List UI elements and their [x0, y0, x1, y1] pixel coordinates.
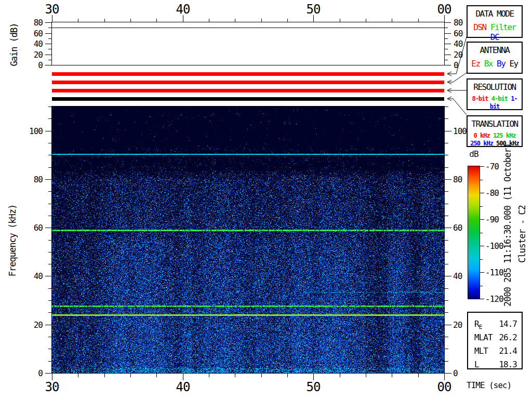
tick-mark: [48, 167, 52, 168]
ephemeris-table: RE14.7MLAT26.2MLT21.4L18.3: [467, 312, 523, 369]
tick-mark: [235, 374, 235, 377]
tick-mark: [480, 180, 483, 180]
tick-mark: [445, 131, 451, 131]
tick-mark: [444, 38, 448, 39]
tick-mark: [45, 65, 52, 65]
time-tick-label-top: 00: [434, 2, 455, 17]
resolution-bar: [52, 89, 444, 92]
frequency-axis-label: Frequency (kHz): [7, 199, 18, 282]
tick-mark: [445, 143, 448, 143]
tick-mark: [418, 19, 419, 22]
ephemeris-value: 26.2: [499, 332, 517, 342]
time-tick-label-bottom: 30: [42, 380, 62, 394]
tick-mark: [480, 193, 484, 193]
tick-mark: [261, 19, 262, 22]
spectrogram-canvas: [52, 107, 444, 373]
freq-tick-label-right: 60: [453, 223, 462, 233]
tick-mark: [480, 219, 484, 220]
tick-mark: [48, 107, 52, 107]
tick-mark: [48, 216, 52, 216]
tick-mark: [261, 374, 262, 377]
resolution-box: RESOLUTION 8-bit 4-bit 1-bit: [467, 78, 523, 110]
tick-mark: [444, 49, 448, 49]
tick-mark: [480, 246, 484, 246]
tick-mark: [444, 55, 451, 55]
tick-mark: [45, 276, 52, 276]
freq-tick-label-right: 80: [453, 175, 462, 184]
colorbar-label: dB: [468, 150, 480, 159]
tick-mark: [45, 33, 52, 34]
tick-mark: [104, 19, 105, 22]
tick-mark: [445, 264, 448, 264]
tick-mark: [48, 264, 52, 264]
tick-mark: [78, 19, 78, 22]
tick-mark: [480, 272, 484, 273]
tick-mark: [480, 299, 484, 299]
gain-tick-label-right: 0: [454, 60, 458, 70]
tick-mark: [45, 55, 52, 55]
legend-item-ey: Ey: [509, 59, 517, 69]
tick-mark: [480, 259, 483, 260]
gain-tick-label-right: 20: [454, 50, 462, 60]
freq-tick-label-left: 20: [21, 320, 43, 330]
colorbar-tick-label: -100: [485, 241, 503, 251]
time-tick-label-bottom: 50: [303, 380, 324, 394]
antenna-box: ANTENNA Ez Bx By Ey: [467, 42, 523, 74]
tick-mark: [480, 166, 484, 167]
gain-tick-label-right: 40: [454, 39, 462, 49]
freq-tick-label-left: 100: [21, 126, 43, 136]
tick-mark: [287, 19, 288, 22]
tick-mark: [45, 228, 52, 228]
colorbar-canvas: [468, 166, 480, 299]
time-tick-label-bottom: 40: [172, 380, 193, 394]
tick-mark: [445, 118, 448, 119]
tick-mark: [480, 233, 483, 233]
time-tick-label-top: 30: [42, 2, 62, 17]
ephemeris-label: RE: [474, 319, 482, 330]
tick-mark: [48, 312, 52, 313]
ephemeris-row: MLT21.4: [468, 344, 522, 357]
tick-mark: [445, 325, 451, 325]
tick-mark: [445, 276, 451, 276]
tick-mark: [48, 337, 52, 337]
tick-mark: [445, 240, 448, 241]
time-axis-label: TIME (sec): [467, 381, 511, 390]
tick-mark: [480, 206, 483, 207]
tick-mark: [444, 60, 448, 60]
ephemeris-label: L: [474, 360, 479, 369]
tick-mark: [445, 252, 448, 252]
gain-tick-label-left: 80: [21, 18, 43, 28]
colorbar-tick-label: -120: [485, 294, 503, 304]
tick-mark: [418, 374, 419, 377]
gain-plot-frame: [51, 22, 445, 65]
wbd-spectrogram-display: Gain (dB) Frequency (kHz) 30304040505000…: [0, 0, 532, 399]
legend-item-8-bit: 8-bit: [472, 95, 488, 102]
tick-mark: [445, 179, 451, 180]
tick-mark: [340, 19, 340, 22]
tick-mark: [209, 374, 209, 377]
tick-mark: [45, 179, 52, 180]
colorbar-tick-label: -80: [485, 188, 499, 198]
freq-tick-label-left: 80: [21, 175, 43, 184]
tick-mark: [48, 300, 52, 301]
resolution-items: 8-bit 4-bit 1-bit: [468, 95, 522, 111]
ephemeris-row: MLAT26.2: [468, 330, 522, 344]
antenna-bar: [52, 81, 444, 84]
legend-item-bx: Bx: [484, 59, 493, 69]
tick-mark: [444, 28, 448, 28]
ephemeris-label: MLAT: [474, 332, 493, 342]
legend-item-filter: Filter: [490, 22, 516, 32]
freq-tick-label-left: 0: [21, 368, 43, 378]
ephemeris-label: MLT: [474, 346, 488, 356]
tick-mark: [48, 155, 52, 155]
freq-tick-label-right: 100: [453, 126, 467, 136]
ephemeris-row: L18.3: [468, 357, 522, 371]
tick-mark: [392, 19, 392, 22]
translation-items: 0 kHz 125 kHz 250 kHz 500 kHz: [468, 132, 522, 148]
tick-mark: [235, 19, 235, 22]
gain-tick-label-left: 40: [21, 39, 43, 49]
tick-mark: [156, 374, 157, 377]
tick-mark: [45, 131, 52, 131]
time-tick-label-bottom: 00: [434, 380, 455, 394]
tick-mark: [48, 60, 52, 60]
